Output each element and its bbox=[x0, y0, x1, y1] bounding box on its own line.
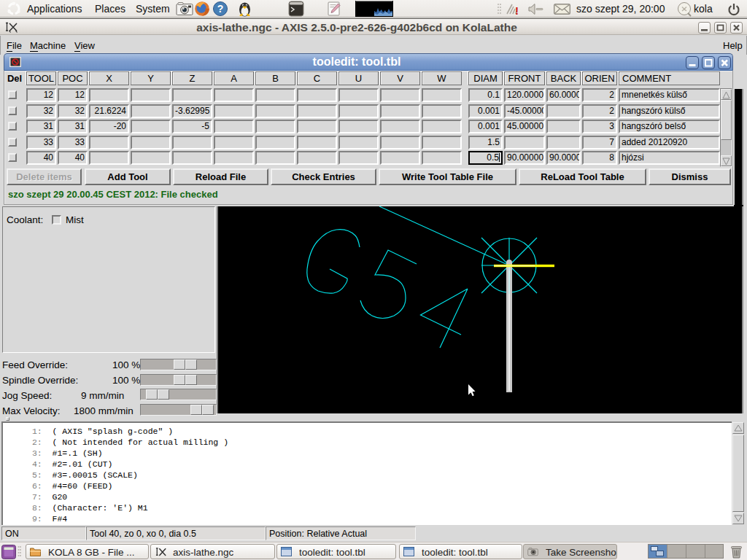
svg-text:?: ? bbox=[217, 3, 224, 15]
svg-text:!: ! bbox=[515, 4, 519, 16]
